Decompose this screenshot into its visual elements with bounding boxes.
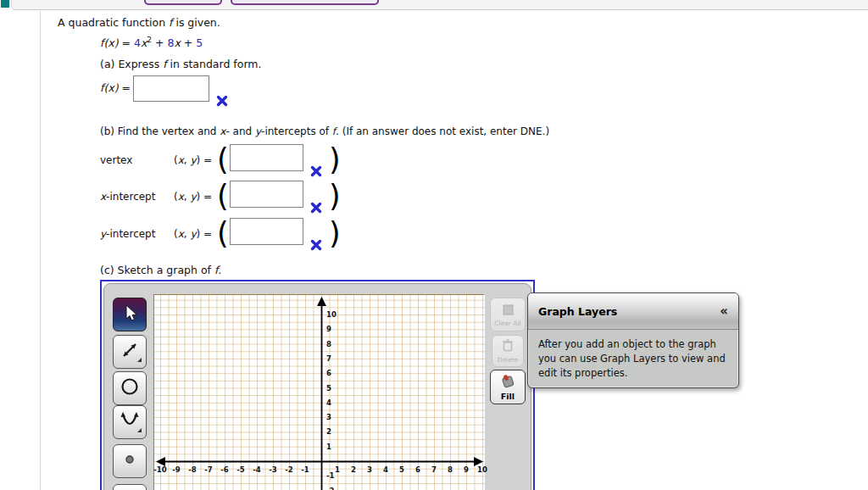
part-c-prompt: (c) Sketch a graph of f. xyxy=(100,264,221,276)
row-label: x-intercept xyxy=(100,191,155,203)
top-left-accent-fragment xyxy=(1,0,9,8)
fill-button[interactable]: Fill xyxy=(490,370,526,404)
y-tick-label: 5 xyxy=(326,384,331,393)
coords-label: (x, y) = xyxy=(174,191,212,203)
x-intercept-answer-input[interactable] xyxy=(230,181,303,208)
y-tick-label: -2 xyxy=(326,487,334,490)
coords-label: (x, y) = xyxy=(174,154,212,166)
y-tick-label: 3 xyxy=(326,413,331,421)
trash-icon xyxy=(501,338,515,355)
fill-dauber-icon xyxy=(499,374,516,392)
incorrect-mark-icon xyxy=(310,201,322,213)
x-tick-label: 10 xyxy=(473,465,492,474)
y-tick-label: 6 xyxy=(326,369,331,377)
partial-tool-button[interactable] xyxy=(113,484,147,490)
graph-canvas[interactable]: -10-9-8-7-6-5-4-3-2-112345678910 1098765… xyxy=(153,294,484,490)
line-tool-button[interactable] xyxy=(113,335,147,369)
y-tick-label: -1 xyxy=(326,471,334,480)
ellipse-icon xyxy=(119,376,141,401)
delete-button[interactable]: Delete xyxy=(492,335,524,367)
open-paren: ( xyxy=(217,142,229,176)
parabola-icon xyxy=(117,408,142,437)
y-tick-label: 8 xyxy=(326,340,331,348)
answer-row-y-intercept: y-intercept (x, y) = ( ) xyxy=(0,218,509,253)
toolbar-button-fragment-2[interactable] xyxy=(231,0,379,5)
graph-tool-panel: -10-9-8-7-6-5-4-3-2-112345678910 1098765… xyxy=(103,283,531,490)
point-icon xyxy=(119,448,141,474)
collapse-chevron-icon[interactable]: « xyxy=(720,305,728,318)
answer-row-vertex: vertex (x, y) = ( ) xyxy=(0,144,509,180)
problem-intro: A quadratic function f is given. xyxy=(58,16,220,29)
row-label: vertex xyxy=(100,154,132,166)
row-label: y-intercept xyxy=(100,228,155,240)
close-paren: ) xyxy=(329,142,341,176)
y-tick-label: 2 xyxy=(326,427,331,436)
y-tick-label: 10 xyxy=(326,310,337,319)
part-a-answer-input[interactable] xyxy=(133,75,209,102)
answer-row-x-intercept: x-intercept (x, y) = ( ) xyxy=(0,181,509,216)
function-equation: f(x) = 4x2 + 8x + 5 xyxy=(100,36,203,51)
ellipse-tool-button[interactable] xyxy=(113,371,147,405)
point-tool-button[interactable] xyxy=(113,444,147,478)
y-tick-label: 4 xyxy=(326,398,331,407)
incorrect-mark-icon xyxy=(216,94,228,106)
page: A quadratic function f is given. f(x) = … xyxy=(0,0,868,490)
y-intercept-answer-input[interactable] xyxy=(230,218,303,245)
graph-layers-title: Graph Layers xyxy=(538,305,720,318)
coords-label: (x, y) = xyxy=(174,228,212,240)
y-tick-label: 1 xyxy=(326,443,331,451)
graph-tool-widget: -10-9-8-7-6-5-4-3-2-112345678910 1098765… xyxy=(100,280,535,490)
incorrect-mark-icon xyxy=(310,238,322,250)
open-paren: ( xyxy=(217,179,229,213)
part-a-prompt: (a) Express f in standard form. xyxy=(100,58,261,70)
x-tick-label: -1 xyxy=(296,465,314,474)
incorrect-mark-icon xyxy=(310,164,322,176)
vertex-answer-input[interactable] xyxy=(230,144,303,171)
toolbar-button-fragment-1[interactable] xyxy=(144,0,222,5)
line-icon xyxy=(117,337,142,366)
part-a-answer-label: f(x) = xyxy=(100,81,131,94)
open-paren: ( xyxy=(217,216,229,250)
part-b-prompt: (b) Find the vertex and x- and y-interce… xyxy=(100,125,549,138)
graph-layers-panel: Graph Layers « After you add an object t… xyxy=(527,292,739,388)
graph-layers-header: Graph Layers « xyxy=(528,293,738,330)
select-tool-button[interactable] xyxy=(113,298,147,331)
cursor-select-icon xyxy=(119,302,141,327)
graph-layers-description: After you add an object to the graph you… xyxy=(528,330,738,388)
grid-and-axes xyxy=(154,295,485,490)
close-paren: ) xyxy=(329,179,341,213)
clear-all-icon xyxy=(503,303,514,319)
y-tick-label: 9 xyxy=(326,325,331,333)
y-tick-label: 7 xyxy=(326,354,331,363)
top-toolbar-strip xyxy=(11,0,868,10)
clear-all-button[interactable]: Clear All xyxy=(490,298,526,331)
parabola-tool-button[interactable] xyxy=(113,405,147,439)
close-paren: ) xyxy=(329,216,341,250)
